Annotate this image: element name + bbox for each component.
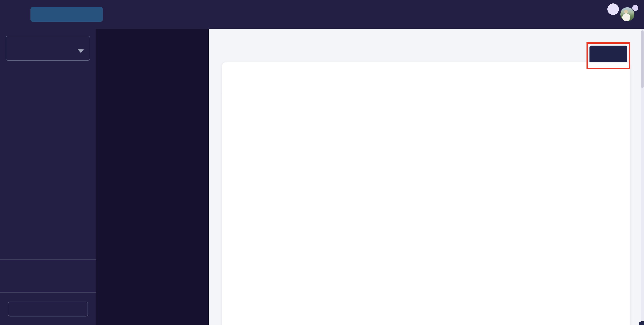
- page-scrollbar[interactable]: [641, 29, 644, 325]
- help-icon[interactable]: [583, 9, 593, 20]
- sidebar-divider: [0, 260, 96, 260]
- table-header-divider: [222, 93, 630, 93]
- documentation-table-card: [222, 62, 630, 325]
- scrollbar-thumb[interactable]: [641, 30, 644, 88]
- sidebar-item-organization[interactable]: [4, 268, 92, 284]
- collapse-menu-button[interactable]: [8, 302, 88, 316]
- developers-portal-link[interactable]: [110, 7, 113, 22]
- environment-select[interactable]: [6, 36, 90, 61]
- bottom-corner-element: [639, 322, 644, 325]
- sidebar-divider: [0, 292, 96, 293]
- main-content: [209, 29, 644, 325]
- user-avatar[interactable]: [620, 7, 634, 21]
- avatar-status-dot: [632, 5, 638, 11]
- settings-submenu: [96, 29, 209, 325]
- api-management-button[interactable]: [30, 7, 103, 22]
- annotation-highlight-box: [586, 42, 630, 69]
- chevron-down-icon: [78, 50, 84, 53]
- environment-sidebar: [0, 29, 96, 325]
- notification-count-badge: [607, 4, 619, 15]
- gravitee-logo[interactable]: [9, 4, 24, 25]
- top-bar: [0, 0, 644, 29]
